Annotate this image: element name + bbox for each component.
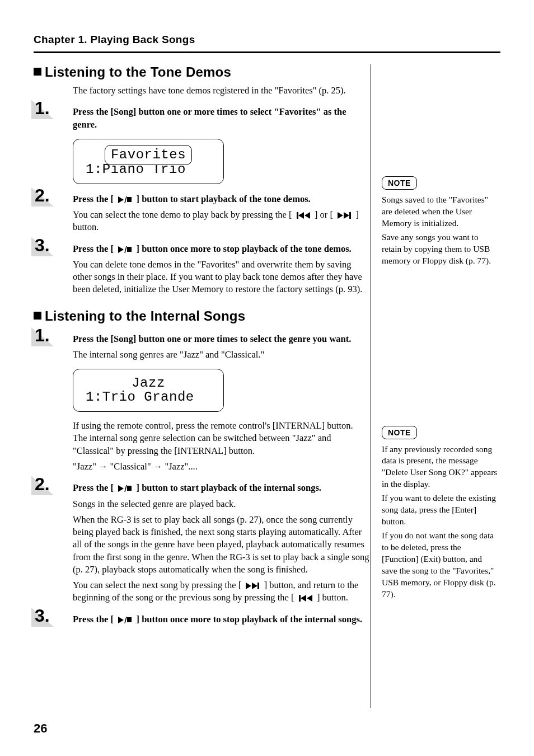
lcd-line1: Favorites bbox=[105, 145, 192, 165]
note-block: If any previously recorded song data is … bbox=[382, 444, 499, 600]
next-track-icon bbox=[246, 583, 259, 589]
svg-rect-11 bbox=[127, 247, 132, 252]
svg-marker-15 bbox=[246, 583, 251, 589]
note-text: Save any songs you want to retain by cop… bbox=[382, 232, 499, 267]
note-badge: NOTE bbox=[382, 426, 417, 439]
square-bullet-icon bbox=[34, 312, 41, 320]
svg-rect-18 bbox=[299, 595, 301, 602]
play-stop-icon bbox=[118, 617, 132, 623]
text: Press the [ bbox=[73, 194, 116, 204]
svg-marker-6 bbox=[338, 212, 343, 219]
step-detail: Songs in the selected genre are played b… bbox=[73, 498, 369, 510]
svg-marker-16 bbox=[252, 583, 257, 589]
step-instruction: Press the [ ] button once more to stop p… bbox=[73, 613, 369, 626]
svg-line-13 bbox=[125, 485, 127, 492]
step-detail: You can delete tone demos in the "Favori… bbox=[73, 259, 369, 296]
step-number: 3. bbox=[35, 605, 50, 626]
step-instruction: Press the [Song] button one or more time… bbox=[73, 333, 369, 345]
step-instruction: Press the [ ] button once more to stop p… bbox=[73, 243, 369, 255]
step-detail: "Jazz" → "Classical" → "Jazz".... bbox=[73, 461, 369, 473]
text: You can select the next song by pressing… bbox=[73, 580, 243, 590]
step-number: 2. bbox=[35, 185, 50, 206]
step-number: 1. bbox=[35, 98, 50, 119]
play-stop-icon bbox=[118, 485, 132, 492]
text: Press the [ bbox=[73, 243, 116, 254]
step-detail: If using the remote control, press the r… bbox=[73, 420, 369, 457]
play-stop-icon bbox=[118, 246, 132, 253]
svg-rect-2 bbox=[127, 197, 132, 202]
text: ] button. bbox=[315, 592, 348, 603]
note-block: Songs saved to the "Favorites" are delet… bbox=[382, 194, 499, 267]
svg-rect-23 bbox=[127, 617, 132, 622]
svg-marker-19 bbox=[301, 595, 306, 602]
section-listening-internal-songs: Listening to the Internal Songs bbox=[34, 308, 369, 324]
prev-track-icon bbox=[297, 212, 310, 219]
svg-marker-4 bbox=[298, 212, 304, 219]
svg-rect-3 bbox=[297, 212, 298, 219]
lcd-jazz: Jazz 1:Trio Grande bbox=[73, 369, 224, 412]
step-detail: When the RG-3 is set to play back all so… bbox=[73, 514, 369, 576]
step-instruction: Press the [Song] button one or more time… bbox=[73, 106, 369, 131]
text: ] button to start playback of the intern… bbox=[134, 482, 321, 493]
svg-rect-8 bbox=[349, 212, 351, 219]
next-track-icon bbox=[338, 212, 351, 219]
svg-marker-12 bbox=[118, 485, 124, 492]
lcd-favorites: Favorites 1:Piano Trio bbox=[73, 139, 224, 184]
text: ] button once more to stop playback of t… bbox=[134, 243, 351, 254]
svg-marker-0 bbox=[118, 196, 124, 203]
step-number: 1. bbox=[35, 325, 50, 346]
step-number: 3. bbox=[35, 235, 50, 256]
step-detail: You can select the next song by pressing… bbox=[73, 579, 369, 604]
svg-rect-14 bbox=[127, 486, 132, 491]
svg-rect-17 bbox=[257, 583, 259, 589]
text: You can select the tone demo to play bac… bbox=[73, 209, 294, 220]
svg-marker-7 bbox=[344, 212, 349, 219]
svg-line-22 bbox=[125, 617, 127, 623]
section-title: Listening to the Internal Songs bbox=[45, 308, 245, 323]
header-rule bbox=[34, 51, 500, 53]
note-badge: NOTE bbox=[382, 176, 417, 190]
svg-marker-21 bbox=[118, 617, 124, 623]
svg-marker-20 bbox=[307, 595, 312, 602]
note-text: Songs saved to the "Favorites" are delet… bbox=[382, 194, 499, 229]
note-text: If you want to delete the existing song … bbox=[382, 492, 499, 528]
page-number: 26 bbox=[34, 721, 47, 736]
text: ] or [ bbox=[312, 209, 335, 220]
text: ] button to start playback of the tone d… bbox=[134, 194, 310, 204]
step-detail: You can select the tone demo to play bac… bbox=[73, 209, 369, 234]
section-listening-tone-demos: Listening to the Tone Demos bbox=[34, 64, 369, 80]
play-stop-icon bbox=[118, 196, 132, 203]
step-instruction: Press the [ ] button to start playback o… bbox=[73, 193, 369, 205]
step-instruction: Press the [ ] button to start playback o… bbox=[73, 482, 369, 494]
chapter-title: Chapter 1. Playing Back Songs bbox=[34, 34, 500, 46]
text: ] button once more to stop playback of t… bbox=[134, 614, 362, 624]
square-bullet-icon bbox=[34, 68, 41, 76]
text: Press the [ bbox=[73, 614, 116, 624]
vertical-divider bbox=[371, 64, 371, 708]
note-text: If any previously recorded song data is … bbox=[382, 444, 499, 491]
svg-line-10 bbox=[125, 246, 127, 253]
text: Press the [ bbox=[73, 482, 116, 493]
step-number: 2. bbox=[35, 474, 50, 495]
section-title: Listening to the Tone Demos bbox=[45, 64, 231, 79]
svg-marker-9 bbox=[118, 246, 124, 253]
prev-track-icon bbox=[299, 595, 312, 602]
intro-text: The factory settings have tone demos reg… bbox=[73, 84, 369, 97]
step-detail: The internal song genres are "Jazz" and … bbox=[73, 349, 369, 361]
svg-marker-5 bbox=[305, 212, 310, 219]
svg-line-1 bbox=[125, 196, 127, 203]
note-text: If you do not want the song data to be d… bbox=[382, 530, 499, 600]
